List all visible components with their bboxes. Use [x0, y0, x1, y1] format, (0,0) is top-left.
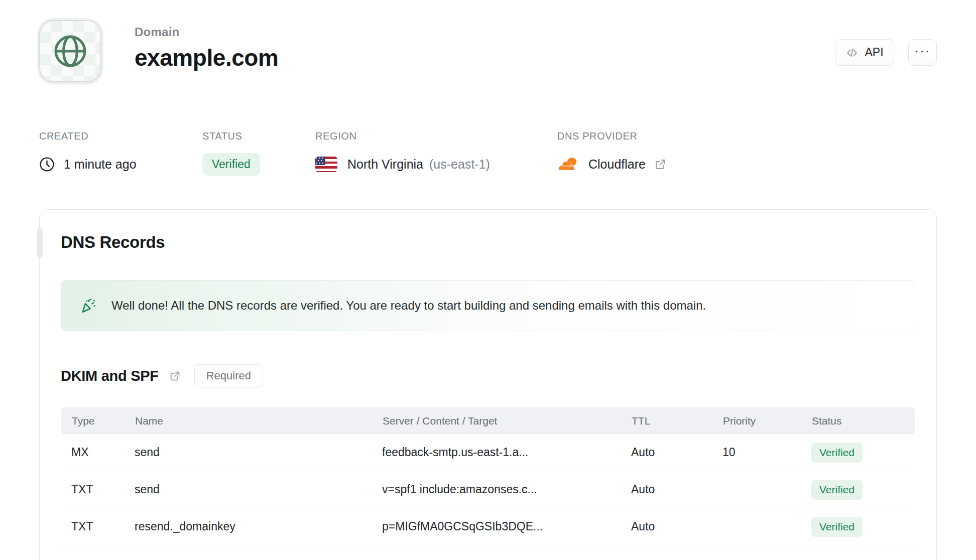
dns-records-card: DNS Records Well done! All the DNS recor… — [39, 209, 937, 560]
globe-icon — [52, 33, 89, 70]
cell-name: send — [135, 483, 382, 496]
dns-provider-label: DNS PROVIDER — [557, 130, 667, 142]
meta-dns-provider: DNS PROVIDER Cloudflare — [557, 130, 667, 176]
us-flag-icon — [315, 157, 337, 172]
column-header-ttl: TTL — [632, 415, 723, 427]
table-header-row: Type Name Server / Content / Target TTL … — [61, 407, 915, 434]
region-code: (us-east-1) — [429, 157, 490, 172]
cell-content: p=MIGfMA0GCSqGSIb3DQE... — [382, 520, 631, 533]
status-label: STATUS — [202, 130, 315, 142]
cloudflare-icon — [557, 157, 579, 172]
code-icon — [845, 46, 859, 59]
column-header-content: Server / Content / Target — [383, 415, 632, 427]
api-button-label: API — [865, 46, 883, 59]
table-row: TXT send v=spf1 include:amazonses.c... A… — [61, 471, 915, 508]
title-block: Domain example.com — [135, 20, 278, 71]
meta-status: STATUS Verified — [202, 130, 315, 176]
region-label: REGION — [315, 130, 557, 142]
external-link-icon[interactable] — [169, 370, 181, 382]
cell-type: TXT — [71, 483, 135, 496]
page-title: example.com — [135, 44, 278, 71]
column-header-type: Type — [72, 415, 135, 427]
dns-provider-value: Cloudflare — [588, 157, 646, 172]
success-banner: Well done! All the DNS records are verif… — [61, 280, 915, 331]
more-icon: ··· — [915, 43, 931, 59]
cell-name: send — [135, 446, 382, 459]
region-name: North Virginia — [347, 157, 423, 172]
cell-priority: 10 — [722, 446, 811, 459]
table-row: MX send feedback-smtp.us-east-1.a... Aut… — [61, 434, 915, 471]
dns-records-title: DNS Records — [61, 233, 915, 252]
cell-name: resend._domainkey — [135, 520, 382, 533]
meta-created: CREATED 1 minute ago — [39, 130, 202, 176]
created-value: 1 minute ago — [64, 157, 137, 172]
cell-ttl: Auto — [631, 446, 722, 459]
record-status-badge: Verified — [811, 443, 863, 463]
column-header-name: Name — [135, 415, 383, 427]
page-header: Domain example.com API ··· — [39, 20, 937, 82]
cell-ttl: Auto — [631, 483, 722, 496]
api-button[interactable]: API — [835, 39, 894, 66]
dkim-spf-title: DKIM and SPF — [61, 368, 159, 384]
required-badge: Required — [194, 364, 263, 387]
dkim-spf-section-header: DKIM and SPF Required — [61, 364, 915, 387]
table-row: TXT resend._domainkey p=MIGfMA0GCSqGSIb3… — [61, 508, 915, 545]
column-header-status: Status — [812, 415, 904, 427]
domain-avatar — [39, 20, 101, 82]
column-header-priority: Priority — [723, 415, 812, 427]
cell-content: v=spf1 include:amazonses.c... — [382, 483, 631, 496]
record-status-badge: Verified — [811, 480, 863, 500]
cell-ttl: Auto — [631, 520, 722, 533]
clock-icon — [39, 157, 55, 172]
meta-region: REGION North Virginia (us-east-1) — [315, 130, 557, 176]
section-indicator — [37, 228, 43, 258]
cell-status: Verified — [811, 517, 905, 537]
more-button[interactable]: ··· — [908, 39, 937, 66]
page-kicker: Domain — [135, 25, 278, 39]
external-link-icon[interactable] — [654, 158, 667, 171]
cell-content: feedback-smtp.us-east-1.a... — [382, 446, 631, 459]
header-actions: API ··· — [835, 39, 937, 66]
cell-type: TXT — [71, 520, 135, 533]
success-message: Well done! All the DNS records are verif… — [111, 299, 706, 313]
cell-type: MX — [71, 446, 135, 459]
domain-detail-page: Domain example.com API ··· CRE — [0, 0, 976, 560]
record-status-badge: Verified — [811, 517, 863, 537]
party-popper-icon — [79, 297, 97, 315]
domain-meta-row: CREATED 1 minute ago STATUS Verified REG… — [39, 130, 937, 176]
dns-records-table: Type Name Server / Content / Target TTL … — [61, 407, 915, 545]
cell-status: Verified — [811, 443, 905, 463]
status-badge: Verified — [202, 153, 260, 176]
cell-status: Verified — [811, 480, 905, 500]
created-label: CREATED — [39, 130, 202, 142]
